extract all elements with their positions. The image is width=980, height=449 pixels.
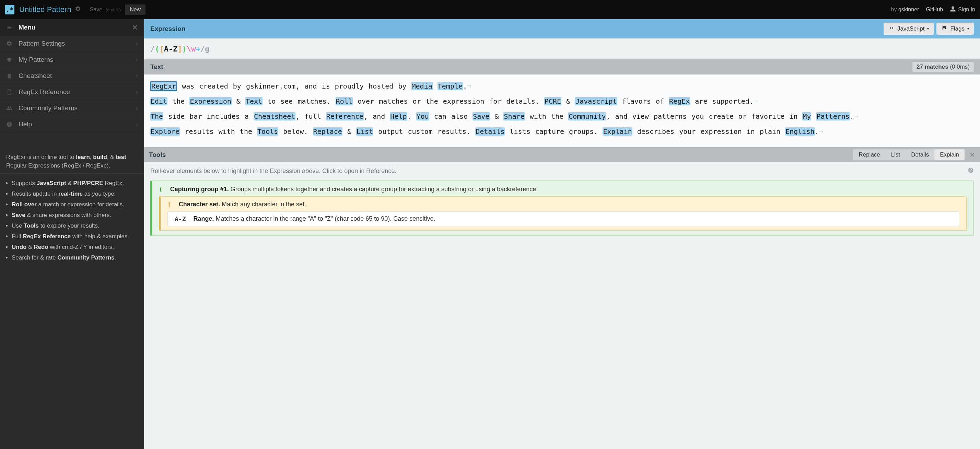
list-item: Full RegEx Reference with help & example… (12, 232, 138, 242)
sidebar-item-community-patterns[interactable]: Community Patterns › (0, 100, 144, 116)
top-bar: .* Untitled Pattern Save (cmd-s) New by … (0, 0, 980, 19)
sidebar-feature-list: Supports JavaScript & PHP/PCRE RegEx. Re… (0, 174, 144, 270)
sidebar-description: RegExr is an online tool to learn, build… (0, 146, 144, 174)
close-icon[interactable]: ✕ (132, 23, 138, 32)
chevron-right-icon: › (136, 121, 138, 128)
list-item: Roll over a match or expression for deta… (12, 200, 138, 210)
sidebar-item-cheatsheet[interactable]: Cheatsheet › (0, 68, 144, 84)
tools-body: Roll-over elements below to highlight in… (144, 162, 980, 449)
explain-token: ( (159, 186, 163, 193)
sidebar-item-help[interactable]: Help › (0, 116, 144, 132)
chevron-down-icon: ▾ (927, 27, 929, 30)
match-count-badge: 27 matches (0.0ms) (912, 62, 974, 72)
sidebar: Menu ✕ Pattern Settings › My Patterns › … (0, 19, 144, 449)
sidebar-item-label: Cheatsheet (19, 72, 52, 80)
explain-card[interactable]: ( Capturing group #1. Groups multiple to… (150, 181, 974, 236)
flags-dropdown[interactable]: Flags▾ (936, 23, 974, 35)
help-icon (6, 121, 14, 127)
explain-token: [ (167, 201, 171, 208)
tab-list[interactable]: List (886, 149, 905, 160)
text-label: Text (150, 63, 163, 71)
sidebar-item-label: Help (19, 121, 32, 128)
github-link[interactable]: GitHub (926, 6, 943, 13)
tab-explain[interactable]: Explain (934, 149, 964, 160)
chevron-right-icon: › (136, 40, 138, 47)
new-button[interactable]: New (125, 5, 145, 15)
gear-icon[interactable] (75, 6, 81, 13)
sidebar-item-label: RegEx Reference (19, 88, 70, 96)
flavor-dropdown[interactable]: JavaScript▾ (884, 23, 934, 35)
tools-tabs: Replace List Details Explain (853, 149, 964, 160)
chevron-right-icon: › (136, 88, 138, 96)
tab-details[interactable]: Details (905, 149, 934, 160)
chevron-right-icon: › (136, 56, 138, 64)
tab-replace[interactable]: Replace (853, 149, 885, 160)
people-icon (6, 105, 14, 111)
user-icon (950, 6, 956, 13)
list-item: Supports JavaScript & PHP/PCRE RegEx. (12, 178, 138, 188)
author-link[interactable]: gskinner (898, 6, 919, 12)
chevron-right-icon: › (136, 104, 138, 112)
main-area: Expression JavaScript▾ Flags▾ /([A-Z])\w… (144, 19, 980, 449)
chevron-right-icon: › (136, 72, 138, 80)
menu-header: Menu ✕ (0, 19, 144, 36)
text-header: Text 27 matches (0.0ms) (144, 59, 980, 75)
text-input[interactable]: RegExr was created by gskinner.com, and … (144, 75, 980, 147)
expression-input[interactable]: /([A-Z])\w+/g (144, 38, 980, 59)
help-icon[interactable] (968, 167, 974, 175)
explain-nested-card[interactable]: A-Z Range. Matches a character in the ra… (167, 212, 959, 226)
signin-button[interactable]: Sign In (950, 6, 975, 13)
sidebar-item-pattern-settings[interactable]: Pattern Settings › (0, 36, 144, 52)
sidebar-item-label: Community Patterns (19, 104, 78, 112)
menu-icon (6, 24, 14, 30)
gear-icon (6, 40, 14, 47)
pattern-title[interactable]: Untitled Pattern (19, 5, 72, 14)
document-icon (6, 89, 14, 95)
tools-hint: Roll-over elements below to highlight in… (150, 167, 974, 175)
menu-title: Menu (19, 24, 36, 31)
tools-header: Tools Replace List Details Explain ✕ (144, 147, 980, 162)
code-icon (888, 25, 894, 33)
expression-header: Expression JavaScript▾ Flags▾ (144, 19, 980, 38)
list-item: Undo & Redo with cmd-Z / Y in editors. (12, 242, 138, 252)
sidebar-item-label: My Patterns (19, 56, 53, 64)
flag-icon (941, 25, 947, 33)
save-button[interactable]: Save (86, 5, 106, 15)
clipboard-icon (6, 73, 14, 79)
save-shortcut-hint: (cmd-s) (106, 7, 121, 12)
sidebar-item-regex-reference[interactable]: RegEx Reference › (0, 84, 144, 100)
chevron-down-icon: ▾ (967, 27, 969, 30)
app-logo[interactable]: .* (5, 5, 14, 14)
tools-label: Tools (149, 151, 166, 159)
list-item: Search for & rate Community Patterns. (12, 253, 138, 263)
close-icon[interactable]: ✕ (969, 151, 975, 159)
heart-icon (6, 57, 14, 63)
expression-label: Expression (150, 25, 185, 33)
explain-token: A-Z (175, 215, 186, 223)
list-item: Use Tools to explore your results. (12, 221, 138, 231)
list-item: Results update in real-time as you type. (12, 189, 138, 199)
sidebar-item-my-patterns[interactable]: My Patterns › (0, 52, 144, 68)
sidebar-item-label: Pattern Settings (19, 40, 65, 47)
list-item: Save & share expressions with others. (12, 210, 138, 220)
author-credit: by gskinner (891, 6, 919, 13)
explain-nested-card[interactable]: [ Character set. Match any character in … (159, 196, 967, 231)
